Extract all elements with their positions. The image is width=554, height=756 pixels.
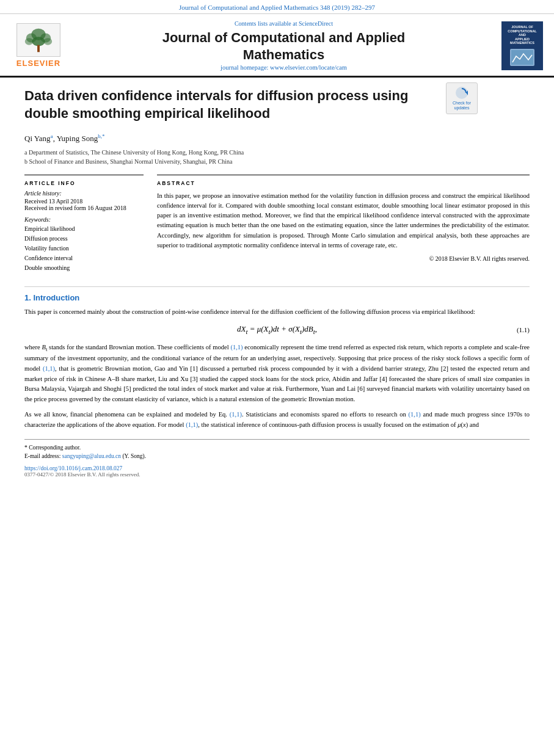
homepage-url[interactable]: www.elsevier.com/locate/cam: [270, 64, 347, 71]
article-title: Data driven confidence intervals for dif…: [24, 87, 440, 122]
keywords-list: Empirical likelihood Diffusion process V…: [24, 224, 144, 273]
abstract-text: In this paper, we propose an innovative …: [157, 191, 530, 251]
journal-header-center: Contents lists available at ScienceDirec…: [73, 20, 494, 71]
svg-point-4: [32, 37, 45, 46]
footnote-corresponding: * Corresponding author.: [24, 443, 530, 452]
article-info-panel: ARTICLE INFO Article history: Received 1…: [24, 175, 144, 278]
affiliation-a: a Department of Statistics, The Chinese …: [24, 148, 530, 157]
svg-point-7: [44, 38, 52, 45]
keyword-3: Volatility function: [24, 244, 144, 253]
article-info-abstract: ARTICLE INFO Article history: Received 1…: [24, 175, 530, 278]
journal-citation-text: Journal of Computational and Applied Mat…: [179, 4, 375, 11]
section-divider: [24, 286, 530, 287]
equation-1-1: dXt = μ(Xt)dt + σ(Xt)dBt, (1.1): [24, 324, 530, 335]
abstract-title: ABSTRACT: [157, 180, 530, 186]
issn-line: 0377-0427/© 2018 Elsevier B.V. All right…: [24, 471, 530, 478]
equation-number: (1.1): [517, 326, 530, 333]
sciencedirect-name[interactable]: ScienceDirect: [299, 20, 333, 27]
keywords-section: Keywords: Empirical likelihood Diffusion…: [24, 216, 144, 273]
footnote-email: E-mail address: sangyuping@aluu.edu.cn (…: [24, 452, 530, 460]
equation-display: dXt = μ(Xt)dt + σ(Xt)dBt,: [237, 324, 317, 335]
received-date: Received 13 April 2018: [24, 198, 144, 205]
email-link[interactable]: sangyuping@aluu.edu.cn: [62, 453, 121, 459]
journal-citation-bar: Journal of Computational and Applied Mat…: [0, 0, 554, 14]
check-updates-label: Check for updates: [446, 101, 477, 111]
author-b-sup: b,*: [98, 133, 104, 139]
revised-date: Received in revised form 16 August 2018: [24, 205, 144, 211]
article-history-section: Article history: Received 13 April 2018 …: [24, 190, 144, 211]
article-info-title: ARTICLE INFO: [24, 180, 144, 186]
journal-title: Journal of Computational and Applied Mat…: [73, 29, 494, 63]
journal-header: ELSEVIER Contents lists available at Sci…: [0, 14, 554, 78]
authors-line: Qi Yanga, Yuping Songb,*: [24, 133, 530, 144]
copyright-line: © 2018 Elsevier B.V. All rights reserved…: [157, 255, 530, 262]
intro-paragraph-1: This paper is concerned mainly about the…: [24, 307, 530, 318]
article-history-label: Article history:: [24, 190, 144, 197]
keyword-2: Diffusion process: [24, 234, 144, 244]
sciencedirect-link: Contents lists available at ScienceDirec…: [73, 20, 494, 27]
journal-cover-image: JOURNAL OFCOMPUTATIONAL ANDAPPLIEDMATHEM…: [501, 21, 543, 70]
elsevier-wordmark: ELSEVIER: [16, 59, 60, 68]
author-qi-yang: Qi Yang: [24, 134, 51, 144]
keyword-5: Double smoothing: [24, 263, 144, 273]
svg-rect-5: [37, 45, 40, 53]
intro-paragraph-2: where Bt stands for the standard Brownia…: [24, 343, 530, 405]
affiliations: a Department of Statistics, The Chinese …: [24, 148, 530, 166]
introduction-section: 1. Introduction This paper is concerned …: [24, 293, 530, 431]
intro-paragraph-3: As we all know, financial phenomena can …: [24, 410, 530, 431]
keyword-1: Empirical likelihood: [24, 224, 144, 234]
affiliation-b: b School of Finance and Business, Shangh…: [24, 157, 530, 166]
svg-point-6: [25, 38, 33, 45]
check-updates-badge: Check for updates: [446, 82, 478, 114]
journal-homepage: journal homepage: www.elsevier.com/locat…: [73, 64, 494, 71]
footnote-area: * Corresponding author. E-mail address: …: [24, 439, 530, 478]
elsevier-tree-icon: [16, 23, 60, 57]
abstract-panel: ABSTRACT In this paper, we propose an in…: [157, 175, 530, 278]
introduction-title: 1. Introduction: [24, 293, 530, 302]
cover-title: JOURNAL OFCOMPUTATIONAL ANDAPPLIEDMATHEM…: [504, 25, 541, 45]
elsevier-logo: ELSEVIER: [11, 23, 66, 68]
keywords-label: Keywords:: [24, 216, 144, 223]
keyword-4: Confidence interval: [24, 253, 144, 263]
doi-link[interactable]: https://doi.org/10.1016/j.cam.2018.08.02…: [24, 465, 530, 471]
article-body: Data driven confidence intervals for dif…: [0, 78, 554, 484]
